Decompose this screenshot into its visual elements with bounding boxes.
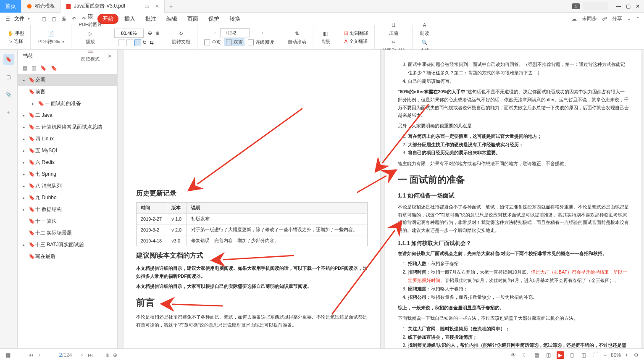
bookmark-item[interactable]: ▸🔖六 Redis [18, 156, 117, 168]
bookmark-item[interactable]: ▸🔖五 MySQL [18, 145, 117, 156]
full-icon[interactable]: ⛶ [592, 351, 599, 359]
sidebar: 书签 ✕ ▤ ▥ 🔖 🔖 ▸🔖必看🔖前言▸🔖一 面试前的准备▸🔖二 Java▸🔖… [18, 50, 118, 348]
plus2-icon[interactable]: ⊕ [113, 352, 117, 358]
bookmark-item[interactable]: ▸🔖一 面试前的准备 [18, 97, 117, 109]
hand-tool[interactable]: ✋手型 [6, 29, 26, 37]
user-avatar[interactable] [583, 2, 608, 11]
record-icon[interactable]: ▶ [557, 351, 564, 359]
page-left: 历史更新记录 时间 版本 说明 2019-2-27v 1.0初版发布2019-3… [124, 50, 380, 348]
bookmark-item[interactable]: ▸🔖七 Spring [18, 168, 117, 180]
pages-icon[interactable]: ▤ [533, 351, 541, 359]
close-sidebar-icon[interactable]: ✕ [108, 53, 112, 59]
bookmark-item[interactable]: ▸🔖八 消息队列 [18, 180, 117, 192]
next-icon[interactable]: › [81, 352, 83, 358]
bookmark-item[interactable]: 🔖十一 算法 [18, 215, 117, 227]
auto-scroll[interactable]: ⇅自动滚动 [285, 29, 309, 46]
background-btn[interactable]: ◧背景 [318, 29, 333, 46]
settings-icon[interactable]: ⚙ [632, 351, 640, 359]
bookmark-item[interactable]: ▸🔖九 Dubbo [18, 192, 117, 203]
bookmark-item[interactable]: 🔖十二 实际场景题 [18, 227, 117, 239]
bookmark-item[interactable]: ▸🔖十三 BATJ真实面试题 [18, 239, 117, 250]
read-aloud[interactable]: A朗读 [418, 20, 432, 37]
pdf-to-office[interactable]: 📄PDF转Office [36, 29, 67, 46]
double-icon[interactable]: ◫ [580, 351, 588, 359]
view2-icon[interactable] [126, 40, 133, 46]
full-translate[interactable]: A全文翻译 [343, 37, 369, 45]
single-page-btn[interactable]: 单页 [202, 38, 223, 46]
pdf-to-pic[interactable]: 🖼PDF转图片 [76, 11, 105, 29]
bookmark-item[interactable]: ▸🔖必看 [18, 74, 117, 86]
continuous-btn[interactable]: 连续阅读 [246, 38, 276, 46]
zoom-plus-icon[interactable]: + [625, 352, 628, 358]
bm-tool4-icon[interactable]: 🔖 [51, 65, 57, 71]
view5-icon[interactable]: ⇆ [150, 40, 155, 46]
close-window-icon[interactable]: ✕ [636, 3, 640, 9]
prev-icon[interactable]: ‹ [39, 352, 40, 358]
menu-edit[interactable]: 编辑 [162, 13, 181, 24]
bookmark-item[interactable]: ▸🔖三 计算机网络常见面试点总结 [18, 121, 117, 133]
first-page-icon[interactable]: ⏮ [29, 352, 34, 358]
sync-label[interactable]: 未同步 [582, 15, 597, 22]
view1-icon[interactable] [118, 40, 125, 46]
thumbnail-rail-icon[interactable]: ▢ [3, 71, 14, 82]
bookmark-item[interactable]: 🔖写在最后 [18, 250, 117, 262]
menu-annotate[interactable]: 批注 [141, 13, 160, 24]
menu-convert[interactable]: 转换 [225, 13, 244, 24]
next-page-icon[interactable]: › [262, 30, 263, 36]
view3-icon[interactable] [134, 40, 141, 46]
zoom-input[interactable] [114, 29, 144, 38]
status-page-input[interactable] [50, 352, 62, 358]
hamburger-icon[interactable]: ☰ [4, 16, 11, 22]
open-icon[interactable]: ▢ [40, 16, 47, 22]
view4-icon[interactable]: ↻ [142, 40, 148, 46]
moon-icon[interactable]: ☾ [521, 351, 529, 359]
tab-template[interactable]: 稻壳模板 [21, 0, 60, 13]
close-icon[interactable]: ✕ [155, 3, 159, 9]
cloud-sync-icon[interactable]: ☁ [572, 16, 577, 22]
bm-tool1-icon[interactable]: ▤ [23, 65, 27, 71]
zoom-minus-icon[interactable]: − [604, 352, 607, 358]
menu-insert[interactable]: 插入 [120, 13, 139, 24]
bookmark-rail-icon[interactable]: 🔖 [3, 54, 14, 65]
single-icon[interactable]: ▢ [568, 351, 576, 359]
file-menu[interactable]: 文件 [14, 15, 24, 22]
tab-home[interactable]: 首页 [0, 0, 21, 13]
last-page-icon[interactable]: ⏭ [88, 352, 93, 358]
table-row: 2019-2-27v 1.0初版发布 [137, 213, 368, 224]
save-icon[interactable]: ▢ [50, 16, 57, 22]
bm-tool3-icon[interactable]: 🔖 [40, 65, 47, 71]
plus-icon[interactable]: ⊕ [105, 352, 110, 358]
chevron-down-icon[interactable]: ⌄ [627, 16, 631, 21]
share-icon[interactable]: ☍ [602, 16, 607, 22]
double-page-btn[interactable]: 双页 [224, 38, 244, 46]
compress-btn[interactable]: ⇊压缩 [386, 20, 401, 37]
attach-rail-icon[interactable]: 📎 [3, 89, 14, 100]
menu-page[interactable]: 页面 [183, 13, 202, 24]
zoom-in-icon[interactable]: ⊕ [155, 30, 160, 36]
word-translate[interactable]: ☑划词翻译 [342, 29, 370, 37]
prev-page-icon[interactable]: ‹ [214, 30, 216, 36]
bookmark-item[interactable]: ▸🔖十 数据结构 [18, 203, 117, 215]
menu-protect[interactable]: 保护 [204, 13, 223, 24]
bookmark-item[interactable]: ▸🔖二 Java [18, 109, 117, 121]
share-label[interactable]: 分享 [612, 15, 622, 22]
content-area[interactable]: 历史更新记录 时间 版本 说明 2019-2-27v 1.0初版发布2019-3… [118, 50, 644, 348]
collapse-icon[interactable]: ⌃ [636, 16, 640, 22]
rotate-doc[interactable]: ↻旋转文档 [169, 29, 193, 46]
split-icon[interactable]: ◫ [545, 351, 552, 359]
print-icon[interactable]: 🖶 [60, 16, 67, 22]
tab-add[interactable]: + [165, 3, 177, 10]
maximize-icon[interactable]: ▢ [626, 3, 631, 9]
panel-icon[interactable]: ▥ [4, 351, 12, 359]
zoom-out-icon[interactable]: ⊖ [148, 30, 152, 36]
select-tool[interactable]: ▷选择 [7, 37, 25, 45]
eye-icon[interactable]: 👁 [510, 351, 517, 359]
play-btn[interactable]: ▷播放 [83, 29, 97, 46]
bookmark-item[interactable]: ▸🔖四 Linux [18, 133, 117, 145]
minimize-icon[interactable]: — [616, 3, 621, 9]
tab-menu-icon[interactable]: ▭ [145, 3, 149, 9]
bm-tool2-icon[interactable]: ▥ [32, 65, 36, 71]
tab-active[interactable]: P Java面试突击-V3.0.pdf ▭ ✕ [60, 0, 165, 13]
bookmark-item[interactable]: 🔖前言 [18, 86, 117, 97]
outline-rail-icon[interactable]: ⟐ [3, 107, 14, 118]
